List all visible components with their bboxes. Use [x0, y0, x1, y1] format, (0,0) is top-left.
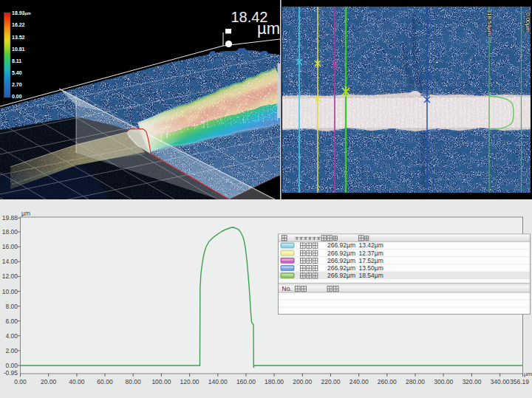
svg-text:0.00: 0.00 — [5, 362, 18, 369]
svg-text:320.00: 320.00 — [462, 378, 481, 385]
svg-text:18.00: 18.00 — [2, 228, 18, 236]
svg-text:µm: µm — [257, 19, 280, 38]
svg-text:300.00: 300.00 — [434, 378, 453, 385]
svg-text:2.00: 2.00 — [5, 347, 18, 354]
svg-text:0.00: 0.00 — [14, 378, 27, 385]
svg-text:µm: µm — [524, 371, 532, 377]
svg-text:220.00: 220.00 — [321, 378, 341, 385]
svg-text:19.88: 19.88 — [2, 214, 18, 222]
svg-text:No.: No. — [282, 285, 292, 292]
svg-text:13.42µm: 13.42µm — [359, 241, 383, 249]
svg-text:-0.95: -0.95 — [4, 369, 18, 377]
svg-text:180.00: 180.00 — [265, 378, 284, 385]
svg-text:12.00: 12.00 — [2, 272, 18, 280]
svg-text:0.00: 0.00 — [12, 94, 22, 99]
svg-text:60.00: 60.00 — [97, 378, 113, 385]
svg-text:18.54µm: 18.54µm — [486, 13, 493, 36]
svg-text:240.00: 240.00 — [349, 378, 369, 385]
svg-text:260.00: 260.00 — [378, 378, 397, 385]
svg-text:13.52: 13.52 — [12, 35, 25, 40]
svg-text:13.50µm: 13.50µm — [359, 264, 383, 272]
svg-text:266.92µm: 266.92µm — [327, 272, 355, 279]
svg-text:14.00: 14.00 — [2, 258, 18, 265]
svg-text:16.22: 16.22 — [12, 22, 25, 27]
svg-text:18.93µm: 18.93µm — [12, 10, 31, 16]
svg-text:12.37µm: 12.37µm — [359, 250, 383, 257]
svg-text:16.00: 16.00 — [2, 243, 18, 250]
svg-text:10.00: 10.00 — [2, 288, 18, 295]
svg-text:266.92µm: 266.92µm — [327, 264, 355, 272]
svg-text:17.52µm: 17.52µm — [359, 257, 383, 264]
svg-text:266.92µm: 266.92µm — [327, 241, 355, 249]
svg-text:280.00: 280.00 — [406, 378, 425, 385]
svg-text:0.00µm: 0.00µm — [525, 13, 531, 32]
svg-text:8.00: 8.00 — [5, 303, 18, 310]
svg-text:10.81: 10.81 — [12, 47, 25, 52]
svg-text:266.92µm: 266.92µm — [327, 257, 355, 264]
svg-text:100.00: 100.00 — [151, 378, 171, 385]
svg-text:8.11: 8.11 — [12, 58, 21, 64]
svg-text:140.00: 140.00 — [208, 378, 228, 385]
svg-text:18.54µm: 18.54µm — [359, 272, 383, 279]
svg-text:266.92µm: 266.92µm — [327, 250, 355, 257]
svg-text:2.70: 2.70 — [12, 82, 22, 87]
svg-text:340.00: 340.00 — [491, 378, 510, 385]
svg-text:200.00: 200.00 — [293, 378, 312, 385]
svg-text:5.40: 5.40 — [12, 70, 22, 75]
svg-text:120.00: 120.00 — [180, 378, 200, 385]
svg-text:6.00: 6.00 — [5, 318, 18, 325]
svg-text:80.00: 80.00 — [126, 378, 142, 385]
svg-text:160.00: 160.00 — [236, 378, 256, 385]
svg-text:356.19: 356.19 — [510, 378, 529, 385]
svg-text:20.00: 20.00 — [41, 378, 57, 385]
svg-text:4.00: 4.00 — [5, 332, 18, 340]
svg-text:µm: µm — [21, 210, 30, 217]
svg-text:40.00: 40.00 — [69, 378, 85, 385]
